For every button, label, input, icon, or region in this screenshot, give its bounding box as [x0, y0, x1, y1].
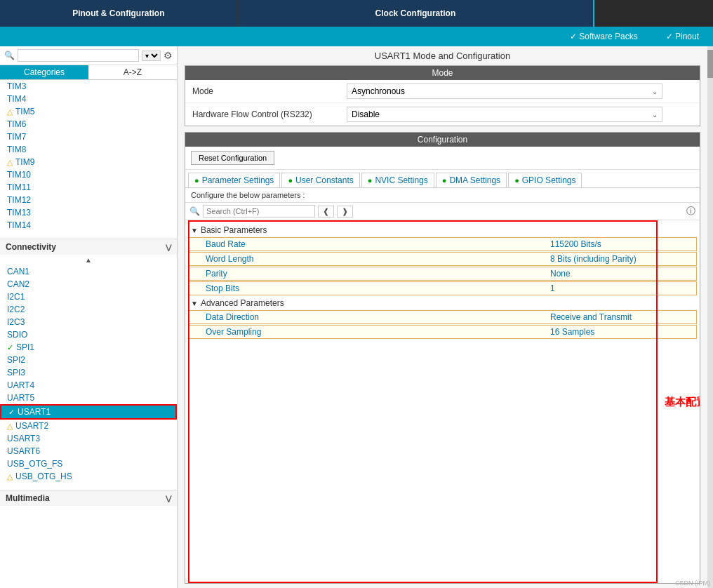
param-name-over-sampling: Over Sampling: [206, 327, 550, 337]
collapse-arrow-icon-adv: ▼: [191, 300, 198, 307]
hw-flow-select[interactable]: Disable ⌄: [347, 107, 662, 122]
tab-gpio-settings[interactable]: ● GPIO Settings: [508, 173, 582, 187]
tab-dma-settings[interactable]: ● DMA Settings: [436, 173, 507, 187]
warn-icon: △: [7, 107, 13, 116]
sidebar-item-tim14[interactable]: TIM14: [0, 219, 177, 232]
param-row-data-direction: Data Direction Receive and Transmit: [188, 310, 697, 324]
info-icon: ⓘ: [686, 205, 695, 218]
params-search-input[interactable]: [203, 205, 315, 218]
sidebar-item-tim8[interactable]: TIM8: [0, 143, 177, 156]
sidebar-item-uart4[interactable]: UART4: [0, 379, 177, 392]
connectivity-label: Connectivity: [6, 242, 56, 252]
mode-value: Asynchronous: [352, 86, 405, 96]
pinout-btn[interactable]: ✓ Pinout: [652, 32, 713, 41]
sidebar-item-tim12[interactable]: TIM12: [0, 194, 177, 206]
sidebar-item-spi1[interactable]: ✓SPI1: [0, 341, 177, 354]
sidebar-item-usart2[interactable]: △USART2: [0, 420, 177, 432]
mode-row: Mode Asynchronous ⌄: [185, 80, 700, 103]
warn-icon: △: [7, 158, 13, 167]
tab-nvic-settings[interactable]: ● NVIC Settings: [361, 173, 434, 187]
sidebar-item-i2c3[interactable]: I2C3: [0, 316, 177, 328]
up-arrow-icon[interactable]: ▲: [85, 256, 92, 264]
sidebar-item-tim6[interactable]: TIM6: [0, 118, 177, 131]
warn-icon: △: [7, 472, 13, 481]
collapse-arrow-icon: ▼: [191, 227, 198, 234]
tab-categories[interactable]: Categories: [0, 65, 88, 79]
multimedia-section[interactable]: Multimedia ⋁: [0, 490, 177, 506]
config-section: Configuration Reset Configuration ● Para…: [185, 132, 700, 584]
header-right: [594, 0, 713, 27]
connectivity-section[interactable]: Connectivity ⋁: [0, 239, 177, 255]
param-name-baud-rate: Baud Rate: [206, 239, 550, 249]
sidebar-item-tim11[interactable]: TIM11: [0, 181, 177, 194]
sidebar-item-usart3[interactable]: USART3: [0, 432, 177, 445]
param-value-stop-bits: 1: [550, 283, 691, 293]
sidebar-item-tim7[interactable]: TIM7: [0, 131, 177, 143]
hw-flow-row: Hardware Flow Control (RS232) Disable ⌄: [185, 103, 700, 126]
sidebar-item-spi2[interactable]: SPI2: [0, 354, 177, 366]
mode-section: Mode Mode Asynchronous ⌄ Hardware Flow C…: [185, 65, 700, 126]
sidebar-item-i2c2[interactable]: I2C2: [0, 303, 177, 316]
sidebar-item-tim3[interactable]: TIM3: [0, 80, 177, 93]
sidebar-item-i2c1[interactable]: I2C1: [0, 290, 177, 303]
sidebar-item-tim4[interactable]: TIM4: [0, 93, 177, 105]
params-table: 基本配置 ▼ Basic Parameters Baud Rate 115200…: [185, 220, 700, 583]
tab-check-icon: ●: [288, 176, 293, 185]
sidebar-item-sdio[interactable]: SDIO: [0, 328, 177, 341]
sidebar-item-can1[interactable]: CAN1: [0, 265, 177, 278]
mode-select[interactable]: Asynchronous ⌄: [347, 83, 662, 99]
sidebar-item-can2[interactable]: CAN2: [0, 278, 177, 290]
sidebar-item-usb-otg-hs[interactable]: △USB_OTG_HS: [0, 470, 177, 483]
tab-parameter-settings[interactable]: ● Parameter Settings: [188, 173, 280, 187]
param-name-word-length: Word Length: [206, 254, 550, 264]
pinout-header-label: Pinout & Configuration: [72, 8, 164, 18]
param-row-parity: Parity None: [188, 267, 697, 281]
content-area: USART1 Mode and Configuration Mode Mode …: [178, 46, 707, 588]
sidebar-item-tim13[interactable]: TIM13: [0, 206, 177, 219]
software-packs-btn[interactable]: ✓ Software Packs: [556, 32, 652, 41]
sidebar-item-tim10[interactable]: TIM10: [0, 168, 177, 181]
chevron-down-icon: ⌄: [652, 88, 658, 95]
reset-configuration-button[interactable]: Reset Configuration: [191, 151, 274, 165]
watermark: CSDN (IPM): [675, 580, 710, 587]
multimedia-label: Multimedia: [6, 493, 50, 503]
sidebar-item-usb-otg-fs[interactable]: USB_OTG_FS: [0, 457, 177, 470]
tab-check-icon: ●: [442, 176, 447, 185]
config-bar: Configuration: [185, 133, 700, 147]
sidebar-tabs: Categories A->Z: [0, 65, 177, 80]
sidebar-item-tim5[interactable]: △TIM5: [0, 105, 177, 118]
pinout-label: ✓ Pinout: [666, 32, 699, 41]
sidebar-item-usart6[interactable]: USART6: [0, 445, 177, 457]
gear-icon[interactable]: ⚙: [164, 50, 173, 61]
sidebar-item-tim9[interactable]: △TIM9: [0, 156, 177, 168]
chevron-down-icon: ⌄: [652, 111, 658, 119]
sub-header-center: ✓ Software Packs ✓ Pinout: [178, 27, 713, 46]
content-title: USART1 Mode and Configuration: [178, 46, 707, 65]
search-dropdown[interactable]: ▾: [142, 51, 161, 61]
sidebar-item-spi3[interactable]: SPI3: [0, 366, 177, 379]
tab-az[interactable]: A->Z: [88, 65, 177, 79]
check-icon: ✓: [7, 343, 13, 352]
tab-check-icon: ●: [194, 176, 199, 185]
sidebar-item-uart5[interactable]: UART5: [0, 392, 177, 404]
clock-config-header[interactable]: Clock Configuration: [238, 0, 595, 27]
next-result-button[interactable]: ❱: [337, 206, 353, 218]
hw-flow-value: Disable: [352, 109, 380, 119]
vertical-scrollbar[interactable]: [707, 46, 713, 588]
tab-user-constants[interactable]: ● User Constants: [281, 173, 359, 187]
advanced-params-label: Advanced Parameters: [201, 298, 284, 308]
annotation-text: 基本配置: [665, 395, 700, 408]
configure-label: Configure the below parameters :: [185, 188, 700, 203]
software-packs-label: ✓ Software Packs: [570, 32, 638, 41]
search-icon: 🔍: [189, 206, 200, 216]
prev-result-button[interactable]: ❰: [318, 206, 334, 218]
sidebar-item-usart1[interactable]: ✓USART1: [0, 404, 177, 420]
pinout-config-header[interactable]: Pinout & Configuration: [0, 0, 238, 27]
check-icon: ✓: [8, 408, 15, 417]
basic-params-header[interactable]: ▼ Basic Parameters: [185, 223, 700, 237]
search-input[interactable]: [18, 49, 139, 62]
reset-btn-row: Reset Configuration: [185, 147, 700, 170]
advanced-params-header[interactable]: ▼ Advanced Parameters: [185, 296, 700, 310]
clock-header-label: Clock Configuration: [375, 8, 456, 18]
scroll-thumb[interactable]: [707, 50, 713, 78]
